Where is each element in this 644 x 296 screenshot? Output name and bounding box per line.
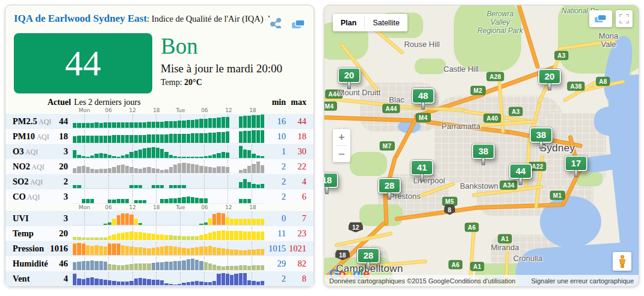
chart-bar [108,155,111,158]
zoom-control: + − [333,129,350,162]
chart-bar [212,118,216,128]
aqi-value-box: 44 [14,33,152,93]
chart-bar [239,116,243,128]
chart-bar [108,236,111,240]
chart-bar [112,167,116,173]
row-min-value: 2 [264,177,286,187]
chart-bar [169,167,173,173]
row-label: PM10 AQI [13,131,48,142]
chart-bar [134,185,138,189]
report-map-error-link[interactable]: Signaler une erreur cartographique [531,277,634,285]
aqi-map-marker-20[interactable]: 20 [338,68,361,83]
chart-bars [73,257,264,270]
chart-bar [134,247,138,255]
chart-bar [129,122,133,128]
road-badge-a34: A34 [500,181,517,190]
row-label: SO2 AQI [13,177,48,187]
chart-bar [108,168,111,173]
aqi-map-marker-44[interactable]: 44 [509,163,532,179]
road-badge-a1: A1 [498,235,512,244]
aqi-temp-text: Temp: 20°C [161,78,282,87]
aqi-map-marker-28[interactable]: 28 [378,178,401,194]
share-icon[interactable] [270,17,283,28]
chart-bar [129,281,133,285]
aqi-table-row-no2: NO2 AQI20222 [5,159,314,174]
fullscreen-button[interactable] [616,10,633,27]
aqi-table-body: Mon061218Tue061218PM2.5 AQI441644PM10 AQ… [5,107,314,286]
zoom-in-button[interactable]: + [333,129,350,145]
chart-bar [191,133,194,143]
chart-bar [94,154,98,158]
chart-bar [243,169,247,173]
chart-bar [208,156,212,158]
chart-bar [217,153,220,158]
aqi-map-marker-41[interactable]: 41 [410,160,433,175]
chart-bar [121,245,125,255]
row-current-value: 20 [48,228,68,239]
aqi-table-row-co: CO AQI326 [5,189,314,204]
chart-bar [221,152,225,158]
chart-bar [82,244,85,255]
zoom-out-button[interactable]: − [333,146,350,162]
chart-bar [208,218,212,225]
chart-bar [117,157,120,158]
chart-bar [138,278,142,285]
chart-bar [199,157,203,158]
row-min-value: 2 [264,274,286,284]
chart-bar [138,185,142,189]
aqi-map-marker-38[interactable]: 38 [472,143,495,159]
chart-bar [199,224,203,225]
chart-bar [160,170,164,174]
chart-bar [134,232,138,240]
chart-bar [143,233,146,240]
map-panel[interactable]: A44M4A44M4M2A28A3A38A8A3A40M7A22A34M5M18… [324,5,639,287]
chart-bar [195,133,199,143]
map-type-plan-button[interactable]: Plan [333,14,364,31]
chart-bar [90,238,94,240]
row-max-value: 6 [286,192,306,202]
row-max-value: 8 [286,274,306,284]
chart-bar [138,122,142,128]
terms-of-use-link[interactable]: Conditions d'utilisation [450,277,515,285]
chart-bar [217,166,220,173]
copy-icon[interactable] [291,17,306,28]
chart-bar [169,155,173,159]
aqi-map-marker-28[interactable]: 28 [357,248,380,263]
chart-bar [82,136,85,143]
pegman-button[interactable] [613,252,631,271]
chart-bar [187,248,190,255]
map-type-satellite-button[interactable]: Satellite [365,14,407,31]
time-axis-label: 18 [249,204,256,210]
chart-bar [86,238,90,240]
chart-bar [73,150,76,158]
chart-bar [90,156,94,158]
chart-bars [73,272,264,285]
chart-bar [125,199,129,203]
chart-bar [152,234,155,240]
chart-bar [252,265,255,270]
chart-bar [256,249,260,255]
aqi-map-marker-20[interactable]: 20 [538,69,561,84]
aqi-map-marker-48[interactable]: 48 [412,88,435,104]
map-type-control: Plan Satellite [333,14,407,31]
aqi-map-marker-38[interactable]: 38 [530,127,553,143]
chart-bar [195,281,199,285]
chart-bar [182,121,185,128]
aqi-table-row-o3: O3 AQI3130 [5,144,314,159]
chart-bar [191,157,194,158]
chart-bar [178,157,181,158]
chart-bar [204,198,208,203]
chart-bar [243,219,247,225]
aqi-map-marker-17[interactable]: 17 [565,156,587,171]
chart-bar [138,223,142,225]
chart-bar [208,282,212,285]
chart-bar [221,117,225,128]
row-current-value: 2 [48,177,68,187]
chart-bar [164,152,168,158]
row-label: Vent [13,274,48,284]
row-current-value: 1016 [48,244,68,254]
chart-bar [164,262,168,270]
copy-map-button[interactable] [589,10,612,27]
aqi-map-marker-18[interactable]: 18 [324,172,338,188]
row-max-value: 7 [286,213,306,224]
